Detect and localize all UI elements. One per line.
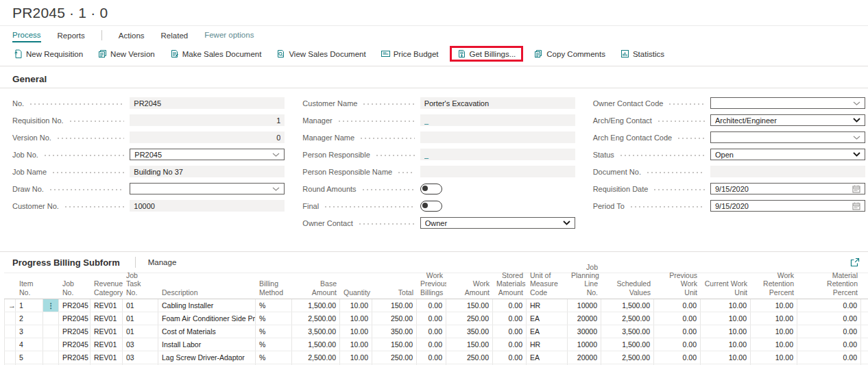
cell-stored-materials-amount[interactable]: 0.00 (493, 338, 527, 351)
cell-quantity[interactable]: 10.00 (340, 338, 372, 351)
period-to-field[interactable]: 9/15/2020 (710, 200, 865, 212)
cell-job-no[interactable]: PR2045 (59, 299, 91, 312)
cell-previous-work-unit[interactable]: 0.00 (654, 312, 701, 325)
get-billings-button[interactable]: Get Billings... (450, 46, 524, 62)
fewer-options-link[interactable]: Fewer options (204, 31, 254, 39)
cell-job-planning-line-no[interactable]: 20000 (568, 351, 601, 364)
cell-material-retention-percent[interactable]: 0.00 (797, 312, 861, 325)
tab-actions[interactable]: Actions (119, 29, 145, 42)
column-header-total[interactable]: Total (372, 288, 417, 299)
manager-field[interactable]: _ (420, 114, 575, 126)
cell-job-planning-line-no[interactable]: 10000 (568, 299, 601, 312)
job-name-field[interactable]: Building No 37 (130, 166, 285, 177)
cell-job-task-no[interactable]: 01 (123, 299, 158, 312)
cell-unit-of-measure-code[interactable]: EA (527, 325, 568, 338)
cell-job-task-no[interactable]: 03 (123, 338, 158, 351)
person-responsible-field[interactable]: _ (420, 149, 575, 160)
column-header-unit-of-measure-code[interactable]: Unit of Measure Code (527, 270, 568, 299)
manager-name-field[interactable] (420, 131, 575, 143)
cell-total[interactable]: 150.00 (372, 299, 417, 312)
cell-material-retention-percent[interactable]: 0.00 (797, 299, 861, 312)
customer-no-field[interactable]: 10000 (130, 200, 285, 212)
cell-description[interactable]: Cabling Installer (158, 299, 256, 312)
cell-work-retention-percent[interactable]: 10.00 (751, 338, 797, 351)
cell-revenue-category[interactable]: REV01 (91, 325, 123, 338)
column-header-work-retention-percent[interactable]: Work Retention Percent (751, 270, 797, 299)
document-no-field[interactable] (710, 166, 865, 177)
cell-unit-of-measure-code[interactable]: HR (527, 338, 568, 351)
cell-current-work-unit[interactable]: 10.00 (701, 338, 751, 351)
cell-base-amount[interactable]: 1,500.00 (292, 299, 340, 312)
job-no-field[interactable]: PR2045 (130, 149, 285, 160)
cell-job-task-no[interactable]: 01 (123, 325, 158, 338)
cell-work-previous-billings[interactable]: 0.00 (417, 338, 446, 351)
statistics-button[interactable]: Statistics (616, 47, 668, 61)
cell-material-retention-percent[interactable]: 0.00 (797, 351, 861, 364)
owner-contact-code-field[interactable] (710, 97, 865, 109)
price-budget-button[interactable]: Price Budget (377, 47, 443, 61)
cell-material-retention-percent[interactable]: 0.00 (797, 325, 861, 338)
cell-unit-of-measure-code[interactable]: HR (527, 299, 568, 312)
column-header-material-retention-percent[interactable]: Material Retention Percent (797, 270, 861, 299)
cell-total[interactable]: 350.00 (372, 325, 417, 338)
cell-work-amount[interactable]: 350.00 (446, 325, 493, 338)
cell-current-work-unit[interactable]: 10.00 (701, 312, 751, 325)
new-requisition-button[interactable]: New Requisition (10, 47, 87, 61)
column-header-work-previous-billings[interactable]: Work Previous Billings (417, 270, 446, 299)
cell-job-no[interactable]: PR2045 (59, 312, 91, 325)
cell-item-no[interactable]: 1 (16, 299, 43, 312)
requisition-no-field[interactable]: 1 (130, 114, 285, 126)
general-section-heading[interactable]: General (0, 66, 868, 88)
cell-description[interactable]: Cost of Materials (158, 325, 256, 338)
cell-quantity[interactable]: 10.00 (340, 351, 372, 364)
cell-revenue-category[interactable]: REV01 (91, 351, 123, 364)
cell-stored-materials-amount[interactable]: 0.00 (493, 325, 527, 338)
cell-current-work-unit[interactable]: 10.00 (701, 351, 751, 364)
cell-base-amount[interactable]: 3,500.00 (292, 325, 340, 338)
cell-total[interactable]: 250.00 (372, 312, 417, 325)
cell-item-no[interactable]: 4 (16, 338, 43, 351)
column-header-scheduled-values[interactable]: Scheduled Values (601, 279, 654, 299)
column-header-job-no[interactable]: Job No. (59, 279, 91, 299)
cell-work-amount[interactable]: 250.00 (446, 351, 493, 364)
status-field[interactable]: Open (710, 149, 865, 160)
tab-related[interactable]: Related (161, 29, 189, 42)
open-in-new-window-icon[interactable] (850, 257, 860, 267)
draw-no-field[interactable] (130, 183, 285, 194)
cell-job-no[interactable]: PR2045 (59, 351, 91, 364)
cell-revenue-category[interactable]: REV01 (91, 312, 123, 325)
cell-scheduled-values[interactable]: 1,500.00 (601, 299, 654, 312)
cell-scheduled-values[interactable]: 2,500.00 (601, 312, 654, 325)
cell-base-amount[interactable]: 2,500.00 (292, 312, 340, 325)
cell-stored-materials-amount[interactable]: 0.00 (493, 351, 527, 364)
column-header-stored-materials-amount[interactable]: Stored Materials Amount (493, 270, 527, 299)
cell-scheduled-values[interactable]: 3,500.00 (601, 325, 654, 338)
cell-previous-work-unit[interactable]: 0.00 (654, 325, 701, 338)
column-header-job-task-no[interactable]: Job Task No. (123, 270, 158, 299)
cell-quantity[interactable]: 10.00 (340, 312, 372, 325)
person-responsible-name-field[interactable] (420, 166, 575, 177)
cell-description[interactable]: Foam Air Conditioner Side Pnl (158, 312, 256, 325)
arch-eng-contact-code-field[interactable] (710, 131, 865, 143)
cell-material-retention-percent[interactable]: 0.00 (797, 338, 861, 351)
column-header-revenue-category[interactable]: Revenue Category (91, 279, 123, 299)
row-options-icon[interactable]: ⋮ (43, 299, 59, 312)
cell-job-task-no[interactable]: 01 (123, 312, 158, 325)
cell-quantity[interactable]: 10.00 (340, 325, 372, 338)
cell-work-amount[interactable]: 150.00 (446, 299, 493, 312)
cell-previous-work-unit[interactable]: 0.00 (654, 351, 701, 364)
final-toggle[interactable] (420, 201, 442, 212)
cell-stored-materials-amount[interactable]: 0.00 (493, 312, 527, 325)
cell-current-work-unit[interactable]: 10.00 (701, 299, 751, 312)
tab-reports[interactable]: Reports (58, 29, 85, 42)
column-header-previous-work-unit[interactable]: Previous Work Unit (654, 270, 701, 299)
cell-description[interactable]: Lag Screw Driver-Adaptor (158, 351, 256, 364)
cell-job-no[interactable]: PR2045 (59, 325, 91, 338)
column-header-item-no[interactable]: Item No. (16, 279, 43, 299)
cell-job-planning-line-no[interactable]: 30000 (568, 325, 601, 338)
customer-name-field[interactable]: Porter's Excavation (420, 97, 575, 109)
cell-total[interactable]: 250.00 (372, 351, 417, 364)
cell-job-no[interactable]: PR2045 (59, 338, 91, 351)
cell-work-amount[interactable]: 150.00 (446, 338, 493, 351)
cell-work-retention-percent[interactable]: 10.00 (751, 351, 797, 364)
